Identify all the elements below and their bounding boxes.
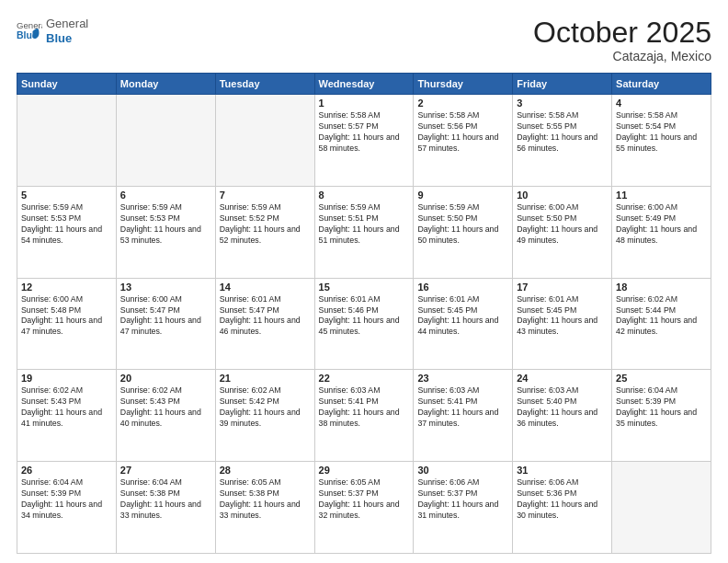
calendar-cell: 23Sunrise: 6:03 AM Sunset: 5:41 PM Dayli… <box>414 370 513 462</box>
day-info: Sunrise: 6:02 AM Sunset: 5:43 PM Dayligh… <box>120 385 211 430</box>
calendar-cell: 10Sunrise: 6:00 AM Sunset: 5:50 PM Dayli… <box>513 186 612 278</box>
calendar-cell: 21Sunrise: 6:02 AM Sunset: 5:42 PM Dayli… <box>215 370 314 462</box>
day-number: 10 <box>517 190 608 201</box>
day-number: 9 <box>417 190 508 201</box>
day-info: Sunrise: 5:58 AM Sunset: 5:56 PM Dayligh… <box>417 110 508 155</box>
day-info: Sunrise: 6:02 AM Sunset: 5:43 PM Dayligh… <box>21 385 112 430</box>
day-info: Sunrise: 5:59 AM Sunset: 5:51 PM Dayligh… <box>319 202 410 247</box>
day-number: 28 <box>220 465 311 476</box>
title-block: October 2025 Catazaja, Mexico <box>533 17 711 63</box>
day-info: Sunrise: 6:02 AM Sunset: 5:42 PM Dayligh… <box>220 385 311 430</box>
calendar-cell: 25Sunrise: 6:04 AM Sunset: 5:39 PM Dayli… <box>612 370 711 462</box>
calendar-cell: 7Sunrise: 5:59 AM Sunset: 5:52 PM Daylig… <box>215 186 314 278</box>
day-number: 19 <box>21 373 112 384</box>
day-number: 30 <box>417 465 508 476</box>
day-number: 3 <box>517 98 608 109</box>
logo-blue: Blue <box>46 31 88 46</box>
day-info: Sunrise: 5:58 AM Sunset: 5:57 PM Dayligh… <box>319 110 410 155</box>
header-thursday: Thursday <box>414 74 513 95</box>
month-title: October 2025 <box>533 17 711 49</box>
day-info: Sunrise: 6:01 AM Sunset: 5:46 PM Dayligh… <box>319 294 410 339</box>
day-info: Sunrise: 5:59 AM Sunset: 5:53 PM Dayligh… <box>21 202 112 247</box>
logo-text: General Blue <box>46 17 88 45</box>
calendar-cell: 27Sunrise: 6:04 AM Sunset: 5:38 PM Dayli… <box>116 462 215 554</box>
day-info: Sunrise: 6:01 AM Sunset: 5:45 PM Dayligh… <box>417 294 508 339</box>
header-friday: Friday <box>513 74 612 95</box>
day-info: Sunrise: 6:04 AM Sunset: 5:39 PM Dayligh… <box>616 385 707 430</box>
calendar-cell <box>612 462 711 554</box>
calendar-cell: 11Sunrise: 6:00 AM Sunset: 5:49 PM Dayli… <box>612 186 711 278</box>
header-tuesday: Tuesday <box>215 74 314 95</box>
logo: General Blue General Blue <box>17 17 88 45</box>
header-sunday: Sunday <box>17 74 117 95</box>
svg-text:Blue: Blue <box>17 29 38 40</box>
day-number: 14 <box>220 282 311 293</box>
calendar-cell: 22Sunrise: 6:03 AM Sunset: 5:41 PM Dayli… <box>314 370 414 462</box>
day-number: 21 <box>220 373 311 384</box>
calendar-cell: 3Sunrise: 5:58 AM Sunset: 5:55 PM Daylig… <box>513 95 612 187</box>
day-number: 11 <box>616 190 707 201</box>
day-info: Sunrise: 6:05 AM Sunset: 5:38 PM Dayligh… <box>220 477 311 522</box>
week-row-1: 5Sunrise: 5:59 AM Sunset: 5:53 PM Daylig… <box>17 186 711 278</box>
calendar-cell <box>116 95 215 187</box>
header: General Blue General Blue October 2025 C… <box>17 17 711 63</box>
calendar-table: Sunday Monday Tuesday Wednesday Thursday… <box>17 73 711 554</box>
day-info: Sunrise: 6:01 AM Sunset: 5:47 PM Dayligh… <box>220 294 311 339</box>
day-info: Sunrise: 6:01 AM Sunset: 5:45 PM Dayligh… <box>517 294 608 339</box>
day-number: 29 <box>319 465 410 476</box>
calendar-cell: 4Sunrise: 5:58 AM Sunset: 5:54 PM Daylig… <box>612 95 711 187</box>
calendar-cell: 15Sunrise: 6:01 AM Sunset: 5:46 PM Dayli… <box>314 278 414 370</box>
calendar-cell: 6Sunrise: 5:59 AM Sunset: 5:53 PM Daylig… <box>116 186 215 278</box>
calendar-cell: 5Sunrise: 5:59 AM Sunset: 5:53 PM Daylig… <box>17 186 117 278</box>
calendar-cell <box>215 95 314 187</box>
day-info: Sunrise: 6:00 AM Sunset: 5:49 PM Dayligh… <box>616 202 707 247</box>
header-wednesday: Wednesday <box>314 74 414 95</box>
day-number: 8 <box>319 190 410 201</box>
day-info: Sunrise: 6:06 AM Sunset: 5:37 PM Dayligh… <box>417 477 508 522</box>
day-number: 25 <box>616 373 707 384</box>
day-number: 6 <box>120 190 211 201</box>
day-number: 1 <box>319 98 410 109</box>
calendar-cell: 2Sunrise: 5:58 AM Sunset: 5:56 PM Daylig… <box>414 95 513 187</box>
location: Catazaja, Mexico <box>533 49 711 63</box>
day-info: Sunrise: 6:04 AM Sunset: 5:38 PM Dayligh… <box>120 477 211 522</box>
day-info: Sunrise: 6:03 AM Sunset: 5:41 PM Dayligh… <box>319 385 410 430</box>
logo-general: General <box>46 17 88 31</box>
week-row-3: 19Sunrise: 6:02 AM Sunset: 5:43 PM Dayli… <box>17 370 711 462</box>
day-info: Sunrise: 5:58 AM Sunset: 5:54 PM Dayligh… <box>616 110 707 155</box>
day-info: Sunrise: 5:59 AM Sunset: 5:53 PM Dayligh… <box>120 202 211 247</box>
day-number: 22 <box>319 373 410 384</box>
day-info: Sunrise: 6:05 AM Sunset: 5:37 PM Dayligh… <box>319 477 410 522</box>
day-number: 18 <box>616 282 707 293</box>
day-number: 26 <box>21 465 112 476</box>
week-row-2: 12Sunrise: 6:00 AM Sunset: 5:48 PM Dayli… <box>17 278 711 370</box>
calendar-cell: 30Sunrise: 6:06 AM Sunset: 5:37 PM Dayli… <box>414 462 513 554</box>
calendar-cell: 14Sunrise: 6:01 AM Sunset: 5:47 PM Dayli… <box>215 278 314 370</box>
logo-icon: General Blue <box>17 18 42 44</box>
calendar-cell: 12Sunrise: 6:00 AM Sunset: 5:48 PM Dayli… <box>17 278 117 370</box>
week-row-4: 26Sunrise: 6:04 AM Sunset: 5:39 PM Dayli… <box>17 462 711 554</box>
page: General Blue General Blue October 2025 C… <box>0 0 728 563</box>
day-info: Sunrise: 6:03 AM Sunset: 5:40 PM Dayligh… <box>517 385 608 430</box>
calendar-cell: 20Sunrise: 6:02 AM Sunset: 5:43 PM Dayli… <box>116 370 215 462</box>
days-header-row: Sunday Monday Tuesday Wednesday Thursday… <box>17 74 711 95</box>
calendar-cell: 24Sunrise: 6:03 AM Sunset: 5:40 PM Dayli… <box>513 370 612 462</box>
day-info: Sunrise: 5:58 AM Sunset: 5:55 PM Dayligh… <box>517 110 608 155</box>
calendar-cell: 9Sunrise: 5:59 AM Sunset: 5:50 PM Daylig… <box>414 186 513 278</box>
header-monday: Monday <box>116 74 215 95</box>
day-number: 27 <box>120 465 211 476</box>
calendar-cell: 8Sunrise: 5:59 AM Sunset: 5:51 PM Daylig… <box>314 186 414 278</box>
day-info: Sunrise: 6:04 AM Sunset: 5:39 PM Dayligh… <box>21 477 112 522</box>
calendar-cell: 1Sunrise: 5:58 AM Sunset: 5:57 PM Daylig… <box>314 95 414 187</box>
day-number: 7 <box>220 190 311 201</box>
day-number: 20 <box>120 373 211 384</box>
header-saturday: Saturday <box>612 74 711 95</box>
day-number: 31 <box>517 465 608 476</box>
day-info: Sunrise: 6:06 AM Sunset: 5:36 PM Dayligh… <box>517 477 608 522</box>
day-number: 23 <box>417 373 508 384</box>
day-info: Sunrise: 5:59 AM Sunset: 5:52 PM Dayligh… <box>220 202 311 247</box>
day-number: 12 <box>21 282 112 293</box>
calendar-cell: 19Sunrise: 6:02 AM Sunset: 5:43 PM Dayli… <box>17 370 117 462</box>
day-number: 13 <box>120 282 211 293</box>
day-number: 16 <box>417 282 508 293</box>
